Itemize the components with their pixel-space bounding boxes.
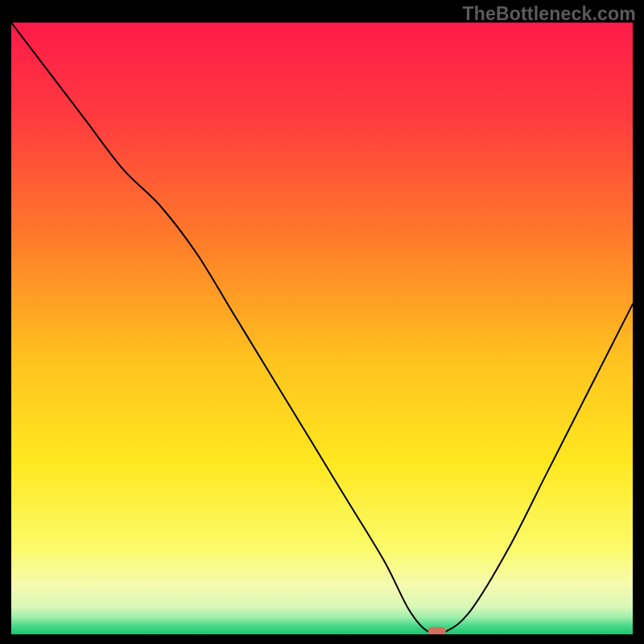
chart-background: [11, 23, 633, 634]
bottleneck-chart: [11, 23, 633, 634]
chart-frame: TheBottleneck.com: [0, 0, 644, 644]
current-config-marker: [428, 627, 446, 634]
watermark-text: TheBottleneck.com: [462, 3, 636, 25]
